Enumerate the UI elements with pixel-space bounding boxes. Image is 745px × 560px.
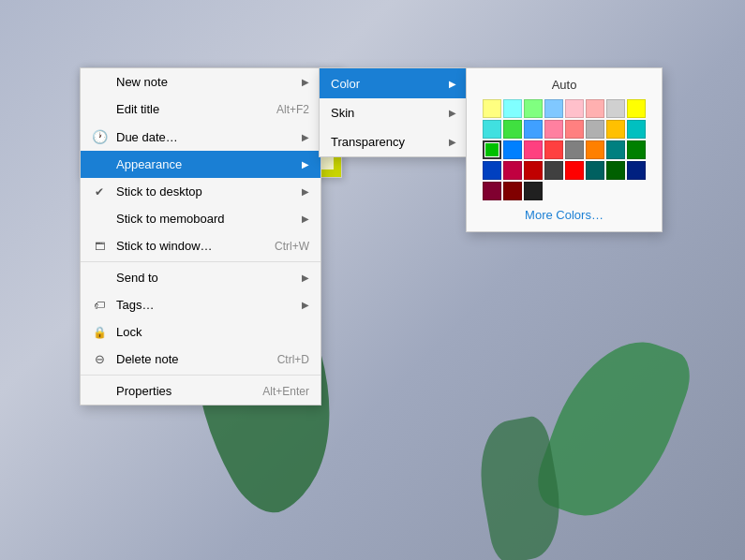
due-date-label: Due date…	[116, 130, 291, 144]
color-swatch-16[interactable]	[483, 140, 501, 159]
main-context-menu: New note ▶ Edit title Alt+F2 🕐 Due date……	[80, 67, 321, 405]
menu-item-appearance[interactable]: Appearance ▶	[81, 151, 320, 178]
color-picker-panel: Auto More Colors…	[466, 67, 663, 232]
color-swatch-21[interactable]	[586, 140, 604, 159]
separator-2	[81, 375, 320, 376]
skin-label: Skin	[331, 106, 438, 120]
lock-label: Lock	[116, 325, 309, 339]
tags-icon: 🏷	[90, 299, 109, 312]
color-swatch-30[interactable]	[606, 161, 625, 180]
color-swatch-28[interactable]	[565, 161, 584, 180]
color-swatch-3[interactable]	[544, 99, 563, 118]
color-swatch-9[interactable]	[503, 120, 522, 139]
color-swatch-5[interactable]	[586, 99, 604, 118]
color-swatch-33[interactable]	[503, 182, 522, 200]
stick-window-label: Stick to window…	[116, 239, 267, 253]
edit-title-shortcut: Alt+F2	[276, 103, 309, 116]
menu-item-stick-desktop[interactable]: ✔ Stick to desktop ▶	[81, 178, 320, 205]
color-swatch-23[interactable]	[627, 140, 646, 159]
color-swatch-22[interactable]	[606, 140, 625, 159]
color-swatch-26[interactable]	[524, 161, 543, 180]
tags-label: Tags…	[116, 298, 291, 312]
menu-item-stick-window[interactable]: 🗔 Stick to window… Ctrl+W	[81, 232, 320, 259]
stick-desktop-icon: ✔	[90, 185, 109, 199]
delete-note-label: Delete note	[116, 352, 270, 366]
color-swatch-1[interactable]	[503, 99, 522, 118]
color-arrow: ▶	[449, 79, 456, 89]
color-swatch-8[interactable]	[483, 120, 501, 139]
due-date-arrow: ▶	[302, 132, 309, 142]
menu-item-stick-memo[interactable]: Stick to memoboard ▶	[81, 205, 320, 232]
color-label: Color	[331, 77, 411, 91]
lock-icon: 🔒	[90, 326, 109, 339]
new-note-label: New note	[116, 75, 291, 89]
color-swatch-31[interactable]	[627, 161, 646, 180]
appearance-label: Appearance	[116, 157, 291, 171]
color-swatch-10[interactable]	[524, 120, 543, 139]
color-swatch-15[interactable]	[627, 120, 646, 139]
menu-item-properties[interactable]: Properties Alt+Enter	[81, 377, 320, 405]
menu-item-send-to[interactable]: Send to ▶	[81, 264, 320, 291]
stick-desktop-arrow: ▶	[302, 186, 309, 197]
color-panel-title: Auto	[476, 78, 652, 92]
color-swatch-19[interactable]	[544, 140, 563, 159]
color-swatch-blue	[419, 76, 438, 91]
color-swatch-20[interactable]	[565, 140, 584, 159]
appearance-submenu: Color ▶ Skin ▶ Transparency ▶	[319, 67, 469, 157]
color-swatch-4[interactable]	[565, 99, 584, 118]
transparency-label: Transparency	[331, 135, 438, 149]
delete-note-shortcut: Ctrl+D	[277, 353, 309, 366]
menu-item-edit-title[interactable]: Edit title Alt+F2	[81, 96, 320, 123]
submenu-color[interactable]: Color ▶	[320, 68, 468, 98]
color-swatch-13[interactable]	[586, 120, 604, 139]
color-swatch-0[interactable]	[483, 99, 501, 118]
color-grid	[476, 99, 652, 200]
menu-item-lock[interactable]: 🔒 Lock	[81, 318, 320, 346]
transparency-arrow: ▶	[449, 137, 456, 147]
color-swatch-11[interactable]	[544, 120, 563, 139]
send-to-label: Send to	[116, 271, 291, 285]
menu-item-delete-note[interactable]: ⊖ Delete note Ctrl+D	[81, 346, 320, 373]
tags-arrow: ▶	[302, 300, 309, 310]
delete-note-icon: ⊖	[90, 352, 109, 366]
color-swatch-14[interactable]	[606, 120, 625, 139]
color-swatch-17[interactable]	[503, 140, 522, 159]
stick-window-shortcut: Ctrl+W	[275, 240, 309, 253]
color-swatch-18[interactable]	[524, 140, 543, 159]
stick-window-icon: 🗔	[90, 241, 109, 252]
edit-title-label: Edit title	[116, 102, 269, 116]
menu-item-new-note[interactable]: New note ▶	[81, 68, 320, 96]
color-swatch-34[interactable]	[524, 182, 543, 200]
color-swatch-7[interactable]	[627, 99, 646, 118]
color-swatch-2[interactable]	[524, 99, 543, 118]
color-swatch-24[interactable]	[483, 161, 501, 180]
more-colors-link[interactable]: More Colors…	[476, 208, 652, 222]
send-to-arrow: ▶	[302, 273, 309, 283]
new-note-arrow: ▶	[302, 77, 309, 87]
menu-item-due-date[interactable]: 🕐 Due date… ▶	[81, 123, 320, 151]
color-swatch-12[interactable]	[565, 120, 584, 139]
color-swatch-6[interactable]	[606, 99, 625, 118]
color-swatch-29[interactable]	[586, 161, 604, 180]
properties-label: Properties	[116, 384, 255, 398]
submenu-transparency[interactable]: Transparency ▶	[320, 127, 468, 156]
stick-memo-arrow: ▶	[302, 214, 309, 224]
stick-memo-label: Stick to memoboard	[116, 212, 291, 226]
color-swatch-32[interactable]	[483, 182, 501, 200]
stick-desktop-label: Stick to desktop	[116, 184, 291, 199]
color-swatch-27[interactable]	[544, 161, 563, 180]
appearance-arrow: ▶	[302, 159, 309, 169]
menu-item-tags[interactable]: 🏷 Tags… ▶	[81, 291, 320, 318]
properties-shortcut: Alt+Enter	[262, 385, 309, 398]
submenu-skin[interactable]: Skin ▶	[320, 98, 468, 127]
skin-arrow: ▶	[449, 108, 456, 118]
color-swatch-25[interactable]	[503, 161, 522, 180]
due-date-icon: 🕐	[90, 129, 109, 144]
separator-1	[81, 261, 320, 262]
